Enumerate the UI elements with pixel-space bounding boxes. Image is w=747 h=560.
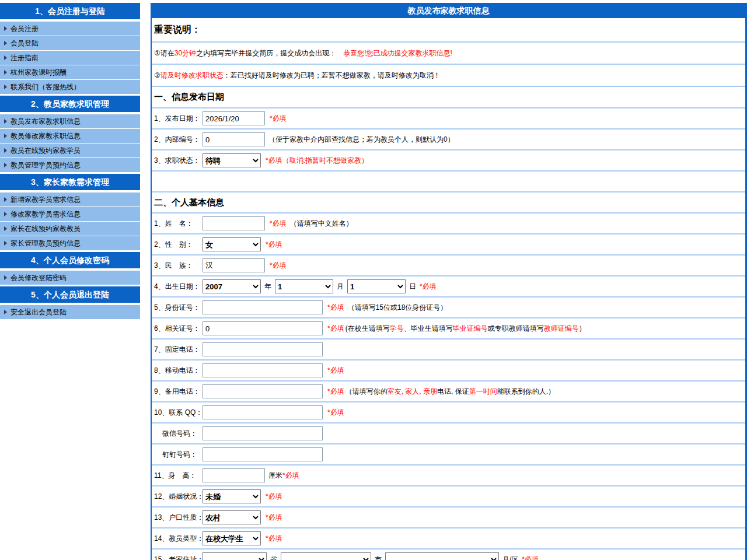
dingtalk-input[interactable] — [203, 447, 323, 461]
row-publish-date: 1、发布日期： *必填 — [152, 108, 745, 130]
id-card-input[interactable] — [203, 300, 323, 314]
row-hukou: 13、户口性质： 农村 *必填 — [152, 508, 745, 528]
row-dingtalk: 钉钉号码： — [152, 444, 745, 466]
birth-day-select[interactable]: 1 — [347, 279, 406, 293]
required-badge: *必填 — [266, 513, 282, 523]
required-badge: *必填 — [270, 219, 287, 229]
wechat-input[interactable] — [203, 426, 323, 440]
required-badge: *必填 — [327, 303, 344, 313]
field-label: 微信号码： — [154, 429, 203, 439]
sidebar-item-member-register[interactable]: 会员注册 — [0, 22, 140, 36]
arrow-icon — [4, 241, 7, 246]
arrow-icon — [4, 163, 7, 167]
sidebar-item-label: 家长在线预约家教教员 — [11, 224, 81, 234]
section1-title-row: 一、信息发布日期 — [152, 87, 745, 108]
sidebar-item-parent-manage-reservations[interactable]: 家长管理教员预约信息 — [0, 236, 140, 250]
field-label: 钉钉号码： — [154, 450, 203, 460]
sidebar-item-modify-student-need[interactable]: 修改家教学员需求信息 — [0, 207, 140, 221]
sidebar-item-hangzhou-tutor-pay[interactable]: 杭州家教课时报酬 — [0, 65, 140, 79]
publish-date-input[interactable] — [203, 111, 265, 125]
arrow-icon — [4, 41, 7, 46]
sidebar-item-label: 教员修改家教求职信息 — [11, 131, 81, 141]
sidebar-section-title-2: 2、教员家教求职管理 — [0, 96, 140, 112]
field-note: (在校生请填写学号、毕业生请填写毕业证编号或专职教师请填写教师证编号） — [345, 324, 586, 334]
job-status-select[interactable]: 待聘 — [203, 153, 261, 167]
row-qq: 10、联系 QQ： *必填 — [152, 402, 745, 424]
field-note: （请填写15位或18位身份证号） — [348, 303, 448, 313]
sidebar-item-teacher-publish-info[interactable]: 教员发布家教求职信息 — [0, 114, 140, 128]
sidebar-item-member-login[interactable]: 会员登陆 — [0, 36, 140, 50]
required-badge: *必填（取消:指暂时不想做家教） — [266, 156, 368, 166]
district-select[interactable] — [385, 552, 499, 560]
notice2-num: ② — [154, 71, 160, 79]
field-label: 12、婚姻状况： — [154, 492, 203, 502]
row-id-card: 5、身份证号： *必填 （请填写15位或18位身份证号） — [152, 298, 745, 318]
unit-city: 市 — [375, 555, 382, 560]
field-label: 14、教员类型： — [154, 534, 203, 544]
teacher-type-select[interactable]: 在校大学生 — [203, 531, 261, 545]
arrow-icon — [4, 310, 7, 314]
notice1-red-minutes: 30分钟 — [174, 48, 196, 58]
internal-no-input[interactable] — [203, 132, 265, 146]
unit-month: 月 — [337, 282, 344, 292]
arrow-icon — [4, 70, 7, 75]
sidebar-section-change-password: 4、个人会员修改密码 会员修改登陆密码 — [0, 252, 140, 285]
hukou-select[interactable]: 农村 — [203, 510, 261, 524]
sidebar-item-teacher-manage-reservations[interactable]: 教员管理学员预约信息 — [0, 158, 140, 172]
row-marital: 12、婚姻状况： 未婚 *必填 — [152, 487, 745, 508]
arrow-icon — [4, 26, 7, 31]
notice-heading-row: 重要说明： — [152, 18, 745, 43]
sidebar-item-add-student-need[interactable]: 新增家教学员需求信息 — [0, 192, 140, 206]
main-panel: 教员发布家教求职信息 重要说明： ①请在30分钟之内填写完毕并提交简历，提交成功… — [151, 3, 747, 560]
sidebar-item-contact-us[interactable]: 联系我们（客服热线） — [0, 80, 140, 94]
field-note: （请填写你的室友, 家人, 亲朋电话, 保证第一时间能联系到你的人.） — [345, 387, 555, 397]
row-height: 11、身 高： 厘米 *必填 — [152, 466, 745, 487]
sidebar-item-label: 注册指南 — [11, 53, 39, 63]
sidebar-item-safe-logout[interactable]: 安全退出会员登陆 — [0, 305, 140, 319]
required-badge: *必填 — [270, 114, 287, 124]
province-select[interactable] — [203, 552, 267, 560]
row-related-no: 6、相关证号： *必填 (在校生请填写学号、毕业生请填写毕业证编号或专职教师请填… — [152, 318, 745, 340]
section2-title-row: 二、个人基本信息 — [152, 192, 745, 214]
field-label: 7、固定电话： — [154, 345, 203, 355]
marital-select[interactable]: 未婚 — [203, 489, 261, 503]
sidebar-item-label: 会员修改登陆密码 — [11, 273, 67, 283]
field-label: 1、姓 名： — [154, 219, 203, 229]
field-label: 3、民 族： — [154, 261, 203, 271]
backup-phone-input[interactable] — [203, 384, 323, 398]
sidebar-item-register-guide[interactable]: 注册指南 — [0, 51, 140, 65]
ethnic-input[interactable] — [203, 258, 265, 272]
fixed-phone-input[interactable] — [203, 342, 323, 356]
field-note: （便于家教中介内部查找信息；若为教员个人，则默认为0） — [268, 135, 455, 145]
required-badge: *必填 — [327, 387, 344, 397]
arrow-icon — [4, 85, 7, 89]
unit-cm: 厘米 — [268, 471, 282, 481]
city-select[interactable] — [281, 552, 371, 560]
row-backup-phone: 9、备用电话： *必填 （请填写你的室友, 家人, 亲朋电话, 保证第一时间能联… — [152, 382, 745, 402]
related-no-input[interactable] — [203, 321, 323, 335]
birth-month-select[interactable]: 1 — [275, 279, 333, 293]
sidebar-item-teacher-modify-info[interactable]: 教员修改家教求职信息 — [0, 129, 140, 143]
sidebar-item-teacher-reserve-student[interactable]: 教员在线预约家教学员 — [0, 144, 140, 158]
sidebar-item-modify-password[interactable]: 会员修改登陆密码 — [0, 271, 140, 285]
field-label: 8、移动电话： — [154, 366, 203, 376]
birth-year-select[interactable]: 2007 — [203, 279, 261, 293]
section1-title: 一、信息发布日期 — [154, 92, 224, 103]
notice-heading: 重要说明： — [154, 24, 201, 36]
height-input[interactable] — [203, 468, 265, 482]
sidebar-item-parent-reserve-teacher[interactable]: 家长在线预约家教教员 — [0, 222, 140, 236]
row-teacher-type: 14、教员类型： 在校大学生 *必填 — [152, 528, 745, 550]
field-label: 11、身 高： — [154, 471, 203, 481]
section2-title: 二、个人基本信息 — [154, 197, 224, 208]
name-input[interactable] — [203, 216, 265, 230]
sidebar-section-register-login: 1、会员注册与登陆 会员注册 会员登陆 注册指南 杭州家教课时报酬 联系我们（客… — [0, 3, 140, 94]
qq-input[interactable] — [203, 405, 323, 419]
row-name: 1、姓 名： *必填 （请填写中文姓名） — [152, 214, 745, 235]
gender-select[interactable]: 女 — [203, 237, 261, 251]
sidebar-section-title-3: 3、家长家教需求管理 — [0, 174, 140, 190]
notice-row-1: ①请在30分钟之内填写完毕并提交简历，提交成功会出现：恭喜您!您已成功提交家教求… — [152, 43, 745, 65]
mobile-phone-input[interactable] — [203, 363, 323, 377]
sidebar-section-title-5: 5、个人会员退出登陆 — [0, 286, 140, 303]
page-title: 教员发布家教求职信息 — [152, 3, 745, 18]
notice1-text: ①请在 — [154, 48, 174, 58]
